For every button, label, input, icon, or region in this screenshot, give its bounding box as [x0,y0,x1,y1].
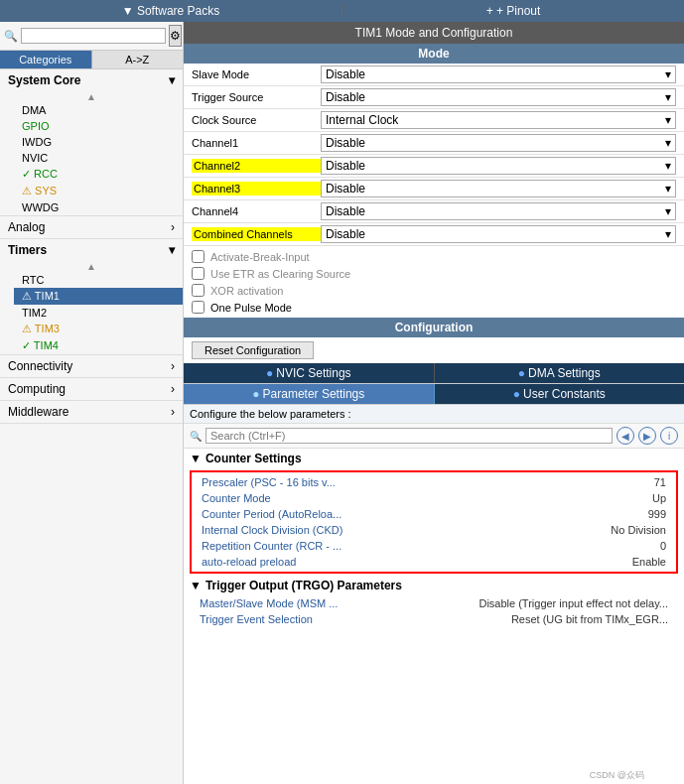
dropdown-arrow: ▾ [665,159,671,173]
xor-label: XOR activation [210,285,283,297]
sidebar-item-iwdg[interactable]: IWDG [14,134,183,150]
trigger-output-header[interactable]: ▼ Trigger Output (TRGO) Parameters [184,576,684,595]
tab-dma-settings[interactable]: ● DMA Settings [435,363,685,383]
combined-channels-row: Combined Channels Disable ▾ [184,223,684,246]
config-search-input[interactable] [205,428,613,444]
connectivity-header[interactable]: Connectivity › [0,355,183,377]
sidebar-item-tim1[interactable]: ⚠ TIM1 [14,288,183,305]
one-pulse-checkbox[interactable] [192,301,205,314]
sidebar-item-sys[interactable]: ⚠ SYS [14,183,183,199]
channel1-row: Channel1 Disable ▾ [184,132,684,155]
sidebar-section-computing: Computing › [0,378,183,401]
channel1-label: Channel1 [192,137,321,149]
system-core-header[interactable]: System Core ▾ [0,69,183,91]
timers-scroll-up[interactable]: ▲ [0,261,183,272]
middleware-header[interactable]: Middleware › [0,401,183,423]
tab-az[interactable]: A->Z [92,51,184,68]
param-internal-clock-name: Internal Clock Division (CKD) [202,524,611,536]
info-icon[interactable]: i [660,427,678,445]
sidebar-section-system-core: System Core ▾ ▲ DMA GPIO IWDG NVIC ✓ RCC… [0,69,183,216]
mode-section: Mode Slave Mode Disable ▾ Trigger Source… [184,44,684,318]
search-icon: 🔍 [4,30,18,43]
sidebar-item-rcc[interactable]: ✓ RCC [14,166,183,183]
clock-source-select[interactable]: Internal Clock ▾ [321,111,676,129]
param-row-prescaler: Prescaler (PSC - 16 bits v... 71 [194,474,674,490]
combined-channels-select[interactable]: Disable ▾ [321,225,676,243]
channel2-row: Channel2 Disable ▾ [184,155,684,178]
chevron-down-icon: ▾ [169,73,175,87]
activate-break-checkbox[interactable] [192,250,205,263]
dropdown-arrow: ▾ [665,113,671,127]
clock-source-label: Clock Source [192,114,321,126]
sidebar-search-row: 🔍 ⚙ [0,22,183,51]
param-counter-period-value: 999 [648,508,666,520]
computing-header[interactable]: Computing › [0,378,183,400]
config-tabs-row2: ● Parameter Settings ● User Constants [184,384,684,405]
analog-header[interactable]: Analog › [0,216,183,238]
channel3-label: Channel3 [192,182,321,196]
trigger-master-slave-value: Disable (Trigger input effect not delay.… [479,597,668,609]
main-content: TIM1 Mode and Configuration Mode Slave M… [184,22,684,784]
tab-parameter-settings[interactable]: ● Parameter Settings [184,384,435,404]
sidebar-item-gpio[interactable]: GPIO [14,118,183,134]
one-pulse-label: One Pulse Mode [210,302,292,314]
scroll-up-arrow[interactable]: ▲ [0,91,183,102]
sidebar-item-wwdg[interactable]: WWDG [14,199,183,215]
sidebar-section-middleware: Middleware › [0,401,183,424]
slave-mode-select[interactable]: Disable ▾ [321,65,676,83]
trigger-row-master-slave: Master/Slave Mode (MSM ... Disable (Trig… [184,595,684,611]
channel2-select[interactable]: Disable ▾ [321,157,676,175]
channel4-label: Channel4 [192,205,321,217]
param-auto-reload-name: auto-reload preload [202,556,632,568]
channel3-row: Channel3 Disable ▾ [184,178,684,200]
param-auto-reload-value: Enable [632,556,666,568]
sidebar-item-rtc[interactable]: RTC [14,272,183,288]
trigger-event-selection-value: Reset (UG bit from TIMx_EGR... [511,613,668,625]
collapse-triangle: ▼ [190,452,202,465]
timers-header[interactable]: Timers ▾ [0,239,183,261]
tab-categories[interactable]: Categories [0,51,92,68]
search-small-icon: 🔍 [190,431,202,442]
sidebar: 🔍 ⚙ Categories A->Z System Core ▾ ▲ DMA … [0,22,184,784]
parameters-content: ▼ Counter Settings Prescaler (PSC - 16 b… [184,449,684,784]
collapse-triangle-trigger: ▼ [190,579,202,592]
trigger-source-select[interactable]: Disable ▾ [321,88,676,106]
software-packs-tab[interactable]: ▼ Software Packs [0,4,342,18]
reset-config-container: Reset Configuration [184,337,684,363]
channel3-select[interactable]: Disable ▾ [321,180,676,197]
param-counter-mode-name: Counter Mode [202,492,652,504]
sidebar-search-input[interactable] [21,28,166,44]
help-prev-icon[interactable]: ◀ [616,427,634,445]
param-internal-clock-value: No Division [611,524,666,536]
trigger-master-slave-name: Master/Slave Mode (MSM ... [200,597,479,609]
use-etr-checkbox[interactable] [192,267,205,280]
reset-configuration-button[interactable]: Reset Configuration [192,341,314,359]
counter-settings-params: Prescaler (PSC - 16 bits v... 71 Counter… [190,470,678,574]
param-counter-period-name: Counter Period (AutoReloa... [202,508,648,520]
dropdown-arrow: ▾ [665,67,671,81]
tab-user-constants[interactable]: ● User Constants [435,384,685,404]
chevron-right-icon-connectivity: › [171,359,175,373]
mode-header: Mode [184,44,684,64]
channel4-select[interactable]: Disable ▾ [321,202,676,220]
counter-settings-header[interactable]: ▼ Counter Settings [184,449,684,468]
tab-nvic-settings[interactable]: ● NVIC Settings [184,363,435,383]
sidebar-item-tim4[interactable]: ✓ TIM4 [14,337,183,354]
sidebar-item-nvic[interactable]: NVIC [14,150,183,166]
help-next-icon[interactable]: ▶ [638,427,656,445]
dropdown-arrow: ▾ [665,204,671,218]
xor-checkbox[interactable] [192,284,205,297]
sidebar-item-tim3[interactable]: ⚠ TIM3 [14,321,183,337]
channel1-select[interactable]: Disable ▾ [321,134,676,152]
dropdown-arrow: ▾ [665,227,671,241]
gear-icon[interactable]: ⚙ [169,25,182,47]
pinout-tab[interactable]: + + Pinout [342,4,684,18]
sidebar-tabs: Categories A->Z [0,51,183,69]
content-title: TIM1 Mode and Configuration [184,22,684,44]
chevron-down-icon-timers: ▾ [169,243,175,257]
param-repetition-value: 0 [660,540,666,552]
sidebar-item-tim2[interactable]: TIM2 [14,305,183,321]
sidebar-item-dma[interactable]: DMA [14,102,183,118]
counter-settings-group: ▼ Counter Settings Prescaler (PSC - 16 b… [184,449,684,574]
use-etr-row: Use ETR as Clearing Source [192,265,676,282]
